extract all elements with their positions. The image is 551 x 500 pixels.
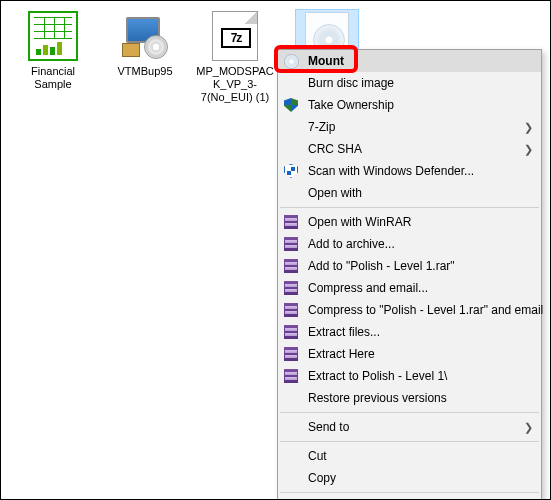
sevenz-icon: 7z (205, 11, 265, 61)
separator (280, 207, 539, 208)
defender-icon (282, 162, 300, 180)
ctx-restore[interactable]: Restore previous versions (278, 387, 541, 409)
context-menu: Mount Burn disc image Take Ownership 7-Z… (277, 49, 542, 500)
file-modspack[interactable]: 7z MP_MODSPACK_VP_3-7(No_EUI) (1) (191, 11, 279, 105)
ctx-compress-to-email[interactable]: Compress to "Polish - Level 1.rar" and e… (278, 299, 541, 321)
winrar-icon (282, 279, 300, 297)
ctx-create-shortcut[interactable]: Create shortcut (278, 496, 541, 500)
ctx-extract-files[interactable]: Extract files... (278, 321, 541, 343)
ctx-cut[interactable]: Cut (278, 445, 541, 467)
ctx-open-with[interactable]: Open with (278, 182, 541, 204)
shield-icon (282, 96, 300, 114)
ctx-copy[interactable]: Copy (278, 467, 541, 489)
ctx-mount[interactable]: Mount (278, 50, 541, 72)
winrar-icon (282, 235, 300, 253)
ctx-extract-to[interactable]: Extract to Polish - Level 1\ (278, 365, 541, 387)
separator (280, 412, 539, 413)
separator (280, 441, 539, 442)
winrar-icon (282, 323, 300, 341)
spreadsheet-icon (23, 11, 83, 61)
winrar-icon (282, 213, 300, 231)
ctx-crc-sha[interactable]: CRC SHA ❯ (278, 138, 541, 160)
ctx-compress-email[interactable]: Compress and email... (278, 277, 541, 299)
ctx-send-to[interactable]: Send to ❯ (278, 416, 541, 438)
file-label: VTMBup95 (101, 65, 189, 78)
installer-icon (115, 11, 175, 61)
ctx-extract-here[interactable]: Extract Here (278, 343, 541, 365)
ctx-defender[interactable]: Scan with Windows Defender... (278, 160, 541, 182)
ctx-burn[interactable]: Burn disc image (278, 72, 541, 94)
separator (280, 492, 539, 493)
ctx-take-ownership[interactable]: Take Ownership (278, 94, 541, 116)
file-label: Financial Sample (9, 65, 97, 91)
ctx-add-to-rar[interactable]: Add to "Polish - Level 1.rar" (278, 255, 541, 277)
chevron-right-icon: ❯ (524, 143, 533, 156)
ctx-add-archive[interactable]: Add to archive... (278, 233, 541, 255)
chevron-right-icon: ❯ (524, 121, 533, 134)
chevron-right-icon: ❯ (524, 421, 533, 434)
file-label: MP_MODSPACK_VP_3-7(No_EUI) (1) (191, 65, 279, 105)
winrar-icon (282, 345, 300, 363)
file-financial-sample[interactable]: Financial Sample (9, 11, 97, 91)
winrar-icon (282, 257, 300, 275)
ctx-open-winrar[interactable]: Open with WinRAR (278, 211, 541, 233)
file-vtmbup95[interactable]: VTMBup95 (101, 11, 189, 78)
disc-icon (282, 52, 300, 70)
winrar-icon (282, 301, 300, 319)
winrar-icon (282, 367, 300, 385)
ctx-7zip[interactable]: 7-Zip ❯ (278, 116, 541, 138)
